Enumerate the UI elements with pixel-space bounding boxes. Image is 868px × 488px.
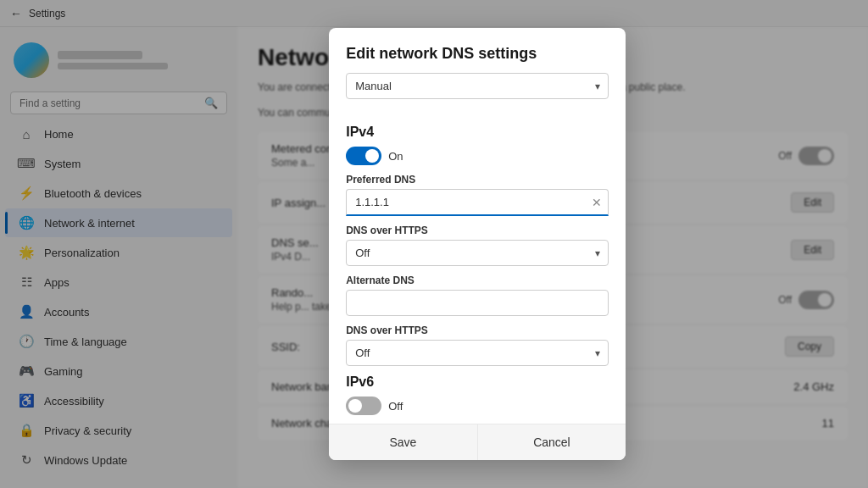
dns-https-label-1: DNS over HTTPS (346, 225, 609, 236)
clear-icon[interactable]: ✕ (592, 197, 602, 208)
dialog-header: Edit network DNS settings Manual Automat… (329, 28, 626, 113)
mode-select[interactable]: Manual Automatic (346, 73, 609, 99)
ipv6-toggle-label: Off (388, 400, 403, 413)
dns-https-select-1[interactable]: Off (346, 240, 609, 266)
mode-select-wrapper: Manual Automatic (346, 73, 609, 99)
ipv6-section-title: IPv6 (346, 374, 609, 390)
ipv4-toggle-label: On (388, 150, 403, 163)
save-button[interactable]: Save (329, 424, 478, 460)
alternate-dns-label: Alternate DNS (346, 274, 609, 286)
dns-settings-dialog: Edit network DNS settings Manual Automat… (329, 28, 626, 460)
ipv6-toggle[interactable] (346, 396, 381, 415)
ipv4-section-title: IPv4 (346, 125, 609, 140)
dns-https-select-wrapper-1: Off (346, 240, 609, 266)
ipv4-toggle-row: On (346, 147, 609, 165)
preferred-dns-input-wrapper: ✕ (346, 189, 609, 216)
preferred-dns-input[interactable] (346, 189, 609, 216)
dialog-body: IPv4 On Preferred DNS ✕ DNS over HTTPS O… (329, 113, 626, 415)
dns-https-select-wrapper-2: Off (346, 340, 609, 366)
dns-https-select-2[interactable]: Off (346, 340, 609, 366)
alternate-dns-input[interactable] (346, 290, 609, 316)
modal-overlay: Edit network DNS settings Manual Automat… (0, 0, 868, 488)
cancel-button[interactable]: Cancel (478, 424, 626, 460)
ipv6-toggle-row: Off (346, 396, 609, 415)
dialog-footer: Save Cancel (329, 424, 626, 460)
dns-https-label-2: DNS over HTTPS (346, 324, 609, 336)
dialog-title: Edit network DNS settings (346, 45, 609, 63)
preferred-dns-label: Preferred DNS (346, 174, 609, 186)
ipv4-toggle[interactable] (346, 147, 381, 165)
